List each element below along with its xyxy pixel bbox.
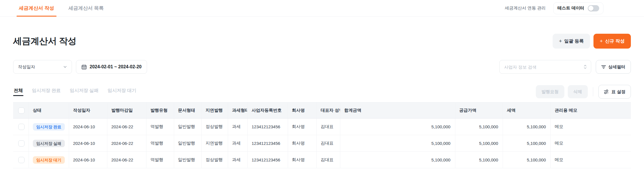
cell-created: 2024-06-10 bbox=[69, 152, 107, 168]
date-type-select[interactable]: 작성일자 bbox=[13, 60, 72, 74]
status-tab-1[interactable]: 임시저장 완료 bbox=[31, 86, 61, 98]
test-data-toggle[interactable] bbox=[588, 5, 599, 11]
invoice-table: 상태작성일자발행마감일발행유형문서형태지연발행과세형태사업자등록번호회사명대표자… bbox=[13, 102, 631, 168]
vertical-divider bbox=[593, 87, 593, 96]
status-tab-2[interactable]: 임시저장 실패 bbox=[69, 86, 99, 98]
row-checkbox[interactable] bbox=[18, 157, 25, 163]
cell-deadline: 2024-06-22 bbox=[107, 152, 146, 168]
cell-ceo: 김대표 bbox=[317, 119, 340, 135]
row-checkbox[interactable] bbox=[18, 140, 25, 147]
cell-biz_no: 123412123456 bbox=[247, 152, 288, 168]
col-biz_no: 사업자등록번호 bbox=[247, 103, 288, 119]
row-checkbox[interactable] bbox=[18, 124, 25, 130]
filter-icon bbox=[601, 65, 606, 69]
cell-issue_type: 역발행 bbox=[146, 135, 174, 152]
col-issue_type: 발행유형 bbox=[146, 103, 174, 119]
status-row: 전체임시저장 완료임시저장 실패임시저장 대기 발행요청 삭제 표 설정 bbox=[13, 85, 631, 99]
title-actions: + 일괄 등록 + 신규 작성 bbox=[553, 34, 631, 49]
plus-icon: + bbox=[559, 39, 562, 44]
table-settings-label: 표 설정 bbox=[611, 89, 625, 95]
cell-select bbox=[13, 152, 29, 168]
select-all-checkbox[interactable] bbox=[18, 107, 25, 114]
status-actions: 발행요청 삭제 표 설정 bbox=[536, 85, 631, 99]
issue-request-button[interactable]: 발행요청 bbox=[536, 85, 564, 98]
bulk-register-label: 일괄 등록 bbox=[564, 38, 584, 44]
delete-button[interactable]: 삭제 bbox=[568, 85, 588, 98]
table-row-0[interactable]: 임시저장 완료2024-06-102024-06-22역발행일반발행정상발행과세… bbox=[13, 119, 631, 135]
cell-tax_type: 과세 bbox=[228, 152, 247, 168]
col-status: 상태 bbox=[29, 103, 69, 119]
cell-supply: 5,100,000 bbox=[455, 152, 503, 168]
status-badge: 임시저장 완료 bbox=[33, 123, 65, 131]
status-badge: 임시저장 대기 bbox=[33, 156, 65, 164]
filter-row: 작성일자 2024-02-01 ~ 2024-02-20 bbox=[13, 60, 631, 74]
cell-ceo: 김대표 bbox=[317, 135, 340, 152]
cell-memo: 메모 bbox=[551, 152, 631, 168]
col-created: 작성일자 bbox=[69, 103, 107, 119]
cell-ceo: 김대표 bbox=[317, 152, 340, 168]
table-row-1[interactable]: 임시저장 실패2024-06-102024-06-22역발행일반발행지연발행과세… bbox=[13, 135, 631, 152]
app-root: 세금계산서 작성세금계산서 목록 세금계산서 연동 관리 테스트 데이터 세금계… bbox=[0, 0, 644, 168]
date-type-value: 작성일자 bbox=[18, 64, 35, 70]
top-tab-0[interactable]: 세금계산서 작성 bbox=[18, 0, 55, 16]
invoice-sync-link[interactable]: 세금계산서 연동 관리 bbox=[505, 5, 546, 11]
test-data-box: 테스트 데이터 bbox=[553, 2, 603, 14]
cell-issue_type: 역발행 bbox=[146, 119, 174, 135]
cell-issue_type: 역발행 bbox=[146, 152, 174, 168]
cell-status: 임시저장 실패 bbox=[29, 135, 69, 152]
cell-status: 임시저장 완료 bbox=[29, 119, 69, 135]
main-content: 세금계산서 작성 + 일괄 등록 + 신규 작성 작성일자 bbox=[0, 34, 644, 168]
cell-created: 2024-06-10 bbox=[69, 119, 107, 135]
page-title: 세금계산서 작성 bbox=[13, 35, 77, 47]
status-badge: 임시저장 실패 bbox=[33, 140, 65, 147]
chevron-down-icon bbox=[63, 65, 67, 69]
col-company: 회사명 bbox=[288, 103, 317, 119]
table-settings-button[interactable]: 표 설정 bbox=[598, 85, 631, 99]
cell-delay: 정상발행 bbox=[202, 119, 228, 135]
cell-tax: 5,100,000 bbox=[503, 119, 551, 135]
topbar-right: 세금계산서 연동 관리 테스트 데이터 bbox=[505, 0, 603, 16]
status-tab-0[interactable]: 전체 bbox=[13, 86, 23, 98]
top-tab-1[interactable]: 세금계산서 목록 bbox=[67, 0, 105, 16]
cell-company: 회사명 bbox=[288, 119, 317, 135]
filter-right: 상세필터 bbox=[499, 60, 631, 74]
plus-icon: + bbox=[600, 39, 603, 44]
col-doc_type: 문서형태 bbox=[174, 103, 202, 119]
col-total: 합계금액 bbox=[340, 103, 455, 119]
cell-supply: 5,100,000 bbox=[455, 119, 503, 135]
col-delay: 지연발행 bbox=[202, 103, 228, 119]
date-range-value: 2024-02-01 ~ 2024-02-20 bbox=[90, 64, 142, 69]
table-row-2[interactable]: 임시저장 대기2024-06-102024-06-22역발행일반발행정상발행과세… bbox=[13, 152, 631, 168]
new-invoice-button[interactable]: + 신규 작성 bbox=[593, 34, 631, 49]
cell-total: 5,100,000 bbox=[340, 152, 455, 168]
cell-company: 회사명 bbox=[288, 152, 317, 168]
cell-doc_type: 일반발행 bbox=[174, 119, 202, 135]
bulk-register-button[interactable]: + 일괄 등록 bbox=[553, 34, 590, 49]
cell-status: 임시저장 대기 bbox=[29, 152, 69, 168]
cell-tax_type: 과세 bbox=[228, 135, 247, 152]
new-invoice-label: 신규 작성 bbox=[605, 38, 625, 44]
status-tab-3[interactable]: 임시저장 대기 bbox=[107, 86, 137, 98]
detail-filter-label: 상세필터 bbox=[608, 64, 625, 70]
detail-filter-button[interactable]: 상세필터 bbox=[596, 60, 631, 74]
col-tax_type: 과세형태 bbox=[228, 103, 247, 119]
topbar: 세금계산서 작성세금계산서 목록 세금계산서 연동 관리 테스트 데이터 bbox=[0, 0, 644, 17]
cell-tax: 5,100,000 bbox=[503, 135, 551, 152]
sliders-icon bbox=[604, 89, 609, 94]
business-search-input[interactable] bbox=[499, 60, 591, 74]
cell-tax_type: 과세 bbox=[228, 119, 247, 135]
cell-deadline: 2024-06-22 bbox=[107, 135, 146, 152]
col-ceo: 대표자 성명 bbox=[317, 103, 340, 119]
cell-memo: 메모 bbox=[551, 119, 631, 135]
test-data-label: 테스트 데이터 bbox=[558, 5, 584, 11]
chevron-updown-icon bbox=[583, 64, 587, 69]
cell-tax: 5,100,000 bbox=[503, 152, 551, 168]
cell-company: 회사명 bbox=[288, 135, 317, 152]
date-range-picker[interactable]: 2024-02-01 ~ 2024-02-20 bbox=[76, 60, 147, 74]
title-row: 세금계산서 작성 + 일괄 등록 + 신규 작성 bbox=[13, 34, 631, 49]
col-deadline: 발행마감일 bbox=[107, 103, 146, 119]
col-memo: 관리용 메모 bbox=[551, 103, 631, 119]
table-body: 임시저장 완료2024-06-102024-06-22역발행일반발행정상발행과세… bbox=[13, 119, 631, 168]
cell-supply: 5,100,000 bbox=[455, 135, 503, 152]
table-header-row: 상태작성일자발행마감일발행유형문서형태지연발행과세형태사업자등록번호회사명대표자… bbox=[13, 103, 631, 119]
